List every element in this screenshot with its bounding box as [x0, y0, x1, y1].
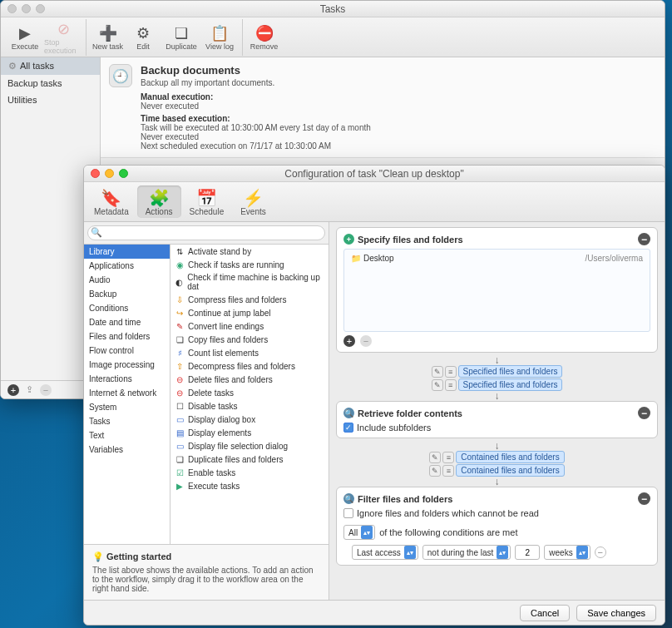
ignore-unreadable-checkbox[interactable]: Ignore files and folders which cannot be… — [343, 508, 650, 518]
workflow-area[interactable]: +Specify files and folders− 📁Desktop /Us… — [329, 222, 665, 600]
action-item[interactable]: ▭Display dialog box — [170, 413, 329, 426]
jump-icon: ↪ — [175, 308, 185, 318]
stop-button: ⊘Stop execution — [44, 19, 82, 56]
action-item[interactable]: ◐Check if time machine is backing up dat — [170, 271, 329, 293]
collapse-button[interactable]: − — [638, 233, 650, 245]
execute-button[interactable]: ▶Execute — [6, 19, 44, 56]
unit-select[interactable]: weeks▴▾ — [544, 545, 590, 560]
step-title: Specify files and folders — [358, 235, 463, 245]
category-item[interactable]: Internet & network — [84, 386, 170, 400]
tab-events[interactable]: ⚡Events — [232, 185, 274, 218]
category-item[interactable]: Variables — [84, 443, 170, 457]
category-item[interactable]: Tasks — [84, 414, 170, 428]
tag-icon: 🔖 — [101, 189, 121, 207]
edit-icon[interactable]: ✎ — [429, 465, 441, 477]
category-item[interactable]: Flow control — [84, 344, 170, 358]
category-item[interactable]: Files and folders — [84, 329, 170, 344]
tab-schedule[interactable]: 📅Schedule — [181, 185, 233, 218]
list-icon[interactable]: ≡ — [445, 366, 457, 378]
category-item[interactable]: Date and time — [84, 315, 170, 329]
condition-mode-select[interactable]: All▴▾ — [343, 525, 375, 540]
close-icon[interactable] — [91, 169, 100, 178]
list-icon[interactable]: ≡ — [442, 452, 454, 463]
minimize-icon[interactable] — [105, 169, 114, 178]
action-item[interactable]: ⇧Decompress files and folders — [170, 359, 329, 373]
category-item[interactable]: Audio — [84, 273, 170, 287]
action-item[interactable]: ▶Execute tasks — [170, 479, 329, 492]
category-item[interactable]: Interactions — [84, 372, 170, 386]
action-item[interactable]: ◉Check if tasks are running — [170, 258, 329, 271]
cancel-button[interactable]: Cancel — [520, 605, 570, 621]
action-item[interactable]: ↪Continue at jump label — [170, 306, 329, 319]
task-row[interactable]: 🕘 Backup documents Backup all my importa… — [101, 57, 665, 158]
save-button[interactable]: Save changes — [576, 605, 656, 621]
duplicate-button[interactable]: ❏Duplicate — [162, 19, 200, 56]
action-item[interactable]: ❏Duplicate files and folders — [170, 452, 329, 466]
zoom-icon[interactable] — [36, 4, 45, 13]
include-subfolders-checkbox[interactable]: ✓Include subfolders — [343, 423, 650, 433]
value-input[interactable] — [515, 545, 540, 560]
output-pill[interactable]: Contained files and folders — [456, 451, 564, 463]
operator-select[interactable]: not during the last▴▾ — [422, 545, 511, 560]
edit-button[interactable]: ⚙Edit — [124, 19, 162, 56]
tab-metadata[interactable]: 🔖Metadata — [86, 185, 137, 218]
attribute-select[interactable]: Last access▴▾ — [352, 545, 418, 560]
category-item[interactable]: Applications — [84, 259, 170, 273]
sidebar-item-backup-tasks[interactable]: Backup tasks — [1, 75, 100, 91]
add-button[interactable]: + — [7, 384, 19, 396]
action-item[interactable]: ⇅Activate stand by — [170, 245, 329, 258]
new-task-button[interactable]: ➕New task — [86, 19, 124, 56]
close-icon[interactable] — [7, 4, 17, 13]
sidebar-item-all-tasks[interactable]: ⚙All tasks — [1, 57, 100, 75]
remove-condition-button[interactable]: − — [595, 546, 606, 558]
disable-icon: ☐ — [175, 401, 185, 411]
duplicate-icon: ❏ — [172, 24, 190, 42]
tab-actions[interactable]: 🧩Actions — [137, 185, 181, 218]
edit-icon[interactable]: ✎ — [429, 452, 441, 463]
category-item[interactable]: Library — [84, 245, 170, 259]
action-item[interactable]: ⊖Delete tasks — [170, 386, 329, 399]
list-icon[interactable]: ≡ — [442, 465, 454, 477]
input-pill[interactable]: Contained files and folders — [456, 464, 564, 477]
remove-button[interactable]: ⛔Remove — [242, 19, 280, 56]
action-item[interactable]: ☑Enable tasks — [170, 466, 329, 479]
titlebar[interactable]: Tasks — [1, 1, 665, 17]
remove-small-button[interactable]: − — [40, 384, 52, 396]
sidebar-item-utilities[interactable]: Utilities — [1, 91, 100, 108]
category-list[interactable]: Library Applications Audio Backup Condit… — [84, 245, 170, 544]
action-item[interactable]: ☐Disable tasks — [170, 399, 329, 413]
getting-started-hint: 💡Getting started The list above shows th… — [84, 544, 329, 600]
action-item[interactable]: ✎Convert line endings — [170, 319, 329, 333]
edit-icon[interactable]: ✎ — [432, 366, 443, 378]
category-item[interactable]: Text — [84, 428, 170, 443]
view-log-button[interactable]: 📋View log — [200, 19, 239, 56]
dialog-footer: Cancel Save changes — [84, 600, 665, 625]
action-item[interactable]: ⇩Compress files and folders — [170, 293, 329, 306]
step-specify-files: +Specify files and folders− 📁Desktop /Us… — [336, 227, 658, 353]
action-item[interactable]: ▭Display file selection dialog — [170, 439, 329, 452]
zoom-icon[interactable] — [119, 169, 128, 178]
step-retrieve-contents: 🔍Retrieve folder contents− ✓Include subf… — [336, 401, 658, 438]
search-input[interactable] — [87, 225, 325, 240]
manual-exec-header: Manual execution: — [141, 92, 371, 101]
collapse-button[interactable]: − — [638, 407, 650, 419]
action-item[interactable]: ▤Display elements — [170, 426, 329, 439]
action-item[interactable]: ❏Copy files and folders — [170, 333, 329, 346]
action-item[interactable]: ⊖Delete files and folders — [170, 373, 329, 386]
category-item[interactable]: System — [84, 400, 170, 414]
output-pill[interactable]: Specified files and folders — [458, 365, 563, 378]
minimize-icon[interactable] — [22, 4, 31, 13]
titlebar[interactable]: Configuration of task "Clean up desktop" — [84, 166, 665, 182]
add-folder-button[interactable]: + — [343, 335, 355, 347]
category-item[interactable]: Image processing — [84, 358, 170, 372]
action-item[interactable]: ♯Count list elements — [170, 346, 329, 359]
input-pill[interactable]: Specified files and folders — [458, 378, 563, 391]
actions-list[interactable]: ⇅Activate stand by ◉Check if tasks are r… — [170, 245, 329, 544]
folder-row[interactable]: 📁Desktop /Users/oliverma — [347, 252, 647, 265]
category-item[interactable]: Backup — [84, 287, 170, 301]
share-icon[interactable]: ⇪ — [26, 384, 33, 395]
edit-icon[interactable]: ✎ — [432, 379, 443, 391]
collapse-button[interactable]: − — [638, 492, 650, 505]
category-item[interactable]: Conditions — [84, 301, 170, 315]
list-icon[interactable]: ≡ — [445, 379, 457, 391]
